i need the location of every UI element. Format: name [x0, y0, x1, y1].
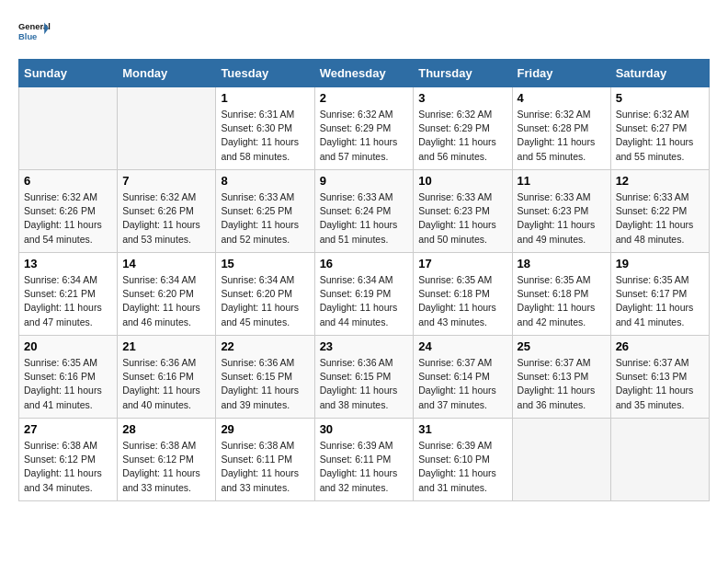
- logo-icon: General Blue: [18, 18, 51, 44]
- calendar-cell: 1Sunrise: 6:31 AM Sunset: 6:30 PM Daylig…: [216, 87, 314, 170]
- week-row-5: 27Sunrise: 6:38 AM Sunset: 6:12 PM Dayli…: [19, 419, 710, 501]
- calendar-cell: 7Sunrise: 6:32 AM Sunset: 6:26 PM Daylig…: [118, 170, 216, 253]
- calendar-cell: [512, 419, 610, 501]
- day-detail: Sunrise: 6:32 AM Sunset: 6:29 PM Dayligh…: [418, 108, 506, 164]
- calendar-cell: 21Sunrise: 6:36 AM Sunset: 6:16 PM Dayli…: [118, 336, 216, 419]
- page-header: General Blue: [18, 18, 710, 44]
- day-number: 6: [24, 174, 112, 188]
- col-header-monday: Monday: [118, 60, 216, 87]
- day-detail: Sunrise: 6:35 AM Sunset: 6:18 PM Dayligh…: [418, 273, 506, 329]
- day-detail: Sunrise: 6:35 AM Sunset: 6:16 PM Dayligh…: [24, 356, 112, 412]
- week-row-3: 13Sunrise: 6:34 AM Sunset: 6:21 PM Dayli…: [19, 253, 710, 336]
- week-row-1: 1Sunrise: 6:31 AM Sunset: 6:30 PM Daylig…: [19, 87, 710, 170]
- day-detail: Sunrise: 6:39 AM Sunset: 6:10 PM Dayligh…: [418, 439, 506, 495]
- svg-text:Blue: Blue: [18, 31, 37, 41]
- calendar-cell: 11Sunrise: 6:33 AM Sunset: 6:23 PM Dayli…: [512, 170, 610, 253]
- calendar-cell: 2Sunrise: 6:32 AM Sunset: 6:29 PM Daylig…: [314, 87, 414, 170]
- calendar-cell: [19, 87, 118, 170]
- day-detail: Sunrise: 6:33 AM Sunset: 6:22 PM Dayligh…: [616, 190, 704, 247]
- day-number: 8: [221, 174, 309, 188]
- day-detail: Sunrise: 6:34 AM Sunset: 6:19 PM Dayligh…: [320, 273, 409, 329]
- calendar-table: SundayMondayTuesdayWednesdayThursdayFrid…: [18, 59, 710, 501]
- day-number: 29: [221, 422, 309, 436]
- day-detail: Sunrise: 6:36 AM Sunset: 6:15 PM Dayligh…: [320, 356, 409, 412]
- day-number: 19: [616, 257, 704, 270]
- logo: General Blue: [18, 18, 51, 44]
- calendar-cell: 15Sunrise: 6:34 AM Sunset: 6:20 PM Dayli…: [216, 253, 314, 336]
- day-number: 25: [518, 339, 606, 353]
- day-number: 24: [418, 339, 506, 353]
- day-number: 17: [418, 257, 506, 270]
- day-detail: Sunrise: 6:33 AM Sunset: 6:25 PM Dayligh…: [221, 190, 309, 247]
- day-number: 4: [518, 91, 606, 105]
- day-number: 21: [122, 339, 210, 353]
- col-header-wednesday: Wednesday: [314, 60, 414, 87]
- day-detail: Sunrise: 6:32 AM Sunset: 6:27 PM Dayligh…: [616, 108, 704, 164]
- day-detail: Sunrise: 6:37 AM Sunset: 6:13 PM Dayligh…: [518, 356, 606, 412]
- calendar-cell: 25Sunrise: 6:37 AM Sunset: 6:13 PM Dayli…: [512, 336, 610, 419]
- day-number: 26: [616, 339, 704, 353]
- day-number: 23: [320, 339, 409, 353]
- calendar-cell: 5Sunrise: 6:32 AM Sunset: 6:27 PM Daylig…: [610, 87, 709, 170]
- day-detail: Sunrise: 6:38 AM Sunset: 6:12 PM Dayligh…: [122, 439, 210, 495]
- calendar-cell: 10Sunrise: 6:33 AM Sunset: 6:23 PM Dayli…: [414, 170, 512, 253]
- day-number: 16: [320, 257, 409, 270]
- day-number: 3: [418, 91, 506, 105]
- calendar-cell: 19Sunrise: 6:35 AM Sunset: 6:17 PM Dayli…: [610, 253, 709, 336]
- day-number: 11: [518, 174, 606, 188]
- calendar-cell: 4Sunrise: 6:32 AM Sunset: 6:28 PM Daylig…: [512, 87, 610, 170]
- day-number: 14: [122, 257, 210, 270]
- calendar-cell: 14Sunrise: 6:34 AM Sunset: 6:20 PM Dayli…: [118, 253, 216, 336]
- calendar-cell: 27Sunrise: 6:38 AM Sunset: 6:12 PM Dayli…: [19, 419, 118, 501]
- calendar-cell: [610, 419, 709, 501]
- calendar-cell: 9Sunrise: 6:33 AM Sunset: 6:24 PM Daylig…: [314, 170, 414, 253]
- col-header-friday: Friday: [512, 60, 610, 87]
- calendar-cell: 3Sunrise: 6:32 AM Sunset: 6:29 PM Daylig…: [414, 87, 512, 170]
- day-number: 10: [418, 174, 506, 188]
- day-number: 30: [320, 422, 409, 436]
- day-detail: Sunrise: 6:35 AM Sunset: 6:18 PM Dayligh…: [518, 273, 606, 329]
- day-number: 28: [122, 422, 210, 436]
- day-number: 22: [221, 339, 309, 353]
- day-number: 5: [616, 91, 704, 105]
- day-detail: Sunrise: 6:33 AM Sunset: 6:24 PM Dayligh…: [320, 190, 409, 247]
- day-detail: Sunrise: 6:37 AM Sunset: 6:14 PM Dayligh…: [418, 356, 506, 412]
- day-number: 7: [122, 174, 210, 188]
- col-header-sunday: Sunday: [19, 60, 118, 87]
- day-number: 18: [518, 257, 606, 270]
- calendar-cell: 30Sunrise: 6:39 AM Sunset: 6:11 PM Dayli…: [314, 419, 414, 501]
- day-number: 13: [24, 257, 112, 270]
- day-detail: Sunrise: 6:31 AM Sunset: 6:30 PM Dayligh…: [221, 108, 309, 164]
- day-detail: Sunrise: 6:34 AM Sunset: 6:20 PM Dayligh…: [122, 273, 210, 329]
- day-detail: Sunrise: 6:32 AM Sunset: 6:26 PM Dayligh…: [122, 190, 210, 247]
- day-detail: Sunrise: 6:38 AM Sunset: 6:11 PM Dayligh…: [221, 439, 309, 495]
- day-detail: Sunrise: 6:34 AM Sunset: 6:20 PM Dayligh…: [221, 273, 309, 329]
- calendar-cell: 13Sunrise: 6:34 AM Sunset: 6:21 PM Dayli…: [19, 253, 118, 336]
- day-detail: Sunrise: 6:32 AM Sunset: 6:29 PM Dayligh…: [320, 108, 409, 164]
- week-row-4: 20Sunrise: 6:35 AM Sunset: 6:16 PM Dayli…: [19, 336, 710, 419]
- day-number: 2: [320, 91, 409, 105]
- day-detail: Sunrise: 6:39 AM Sunset: 6:11 PM Dayligh…: [320, 439, 409, 495]
- day-number: 9: [320, 174, 409, 188]
- calendar-cell: 6Sunrise: 6:32 AM Sunset: 6:26 PM Daylig…: [19, 170, 118, 253]
- day-number: 31: [418, 422, 506, 436]
- day-number: 12: [616, 174, 704, 188]
- day-detail: Sunrise: 6:32 AM Sunset: 6:28 PM Dayligh…: [518, 108, 606, 164]
- day-detail: Sunrise: 6:36 AM Sunset: 6:16 PM Dayligh…: [122, 356, 210, 412]
- day-detail: Sunrise: 6:35 AM Sunset: 6:17 PM Dayligh…: [616, 273, 704, 329]
- day-number: 15: [221, 257, 309, 270]
- calendar-cell: 31Sunrise: 6:39 AM Sunset: 6:10 PM Dayli…: [414, 419, 512, 501]
- calendar-cell: 17Sunrise: 6:35 AM Sunset: 6:18 PM Dayli…: [414, 253, 512, 336]
- calendar-cell: 28Sunrise: 6:38 AM Sunset: 6:12 PM Dayli…: [118, 419, 216, 501]
- day-detail: Sunrise: 6:37 AM Sunset: 6:13 PM Dayligh…: [616, 356, 704, 412]
- calendar-cell: 23Sunrise: 6:36 AM Sunset: 6:15 PM Dayli…: [314, 336, 414, 419]
- calendar-cell: 8Sunrise: 6:33 AM Sunset: 6:25 PM Daylig…: [216, 170, 314, 253]
- day-number: 27: [24, 422, 112, 436]
- day-number: 1: [221, 91, 309, 105]
- calendar-cell: 22Sunrise: 6:36 AM Sunset: 6:15 PM Dayli…: [216, 336, 314, 419]
- calendar-cell: 12Sunrise: 6:33 AM Sunset: 6:22 PM Dayli…: [610, 170, 709, 253]
- day-detail: Sunrise: 6:33 AM Sunset: 6:23 PM Dayligh…: [418, 190, 506, 247]
- day-detail: Sunrise: 6:34 AM Sunset: 6:21 PM Dayligh…: [24, 273, 112, 329]
- calendar-cell: 26Sunrise: 6:37 AM Sunset: 6:13 PM Dayli…: [610, 336, 709, 419]
- day-detail: Sunrise: 6:38 AM Sunset: 6:12 PM Dayligh…: [24, 439, 112, 495]
